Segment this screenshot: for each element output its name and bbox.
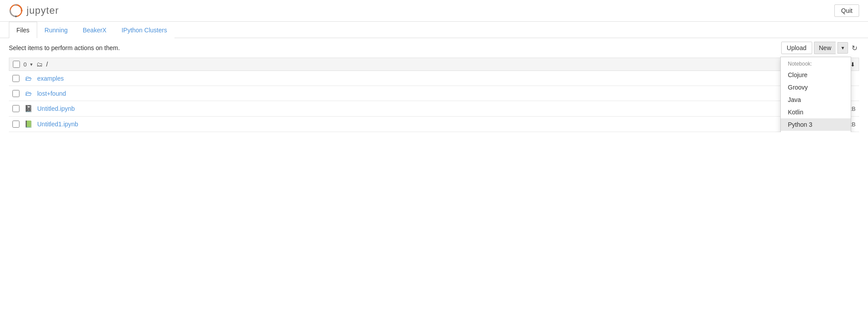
file-row: 🗁 lost+found — [9, 86, 859, 101]
toolbar-actions: Upload New ▾ ↻ Notebook: Clojure Groovy … — [781, 42, 859, 54]
folder-icon-lost-found: 🗁 — [24, 90, 33, 97]
notebook-icon-untitled1: 📗 — [24, 120, 33, 128]
dropdown-item-python3[interactable]: Python 3 — [781, 118, 851, 131]
dropdown-item-clojure[interactable]: Clojure — [781, 69, 851, 81]
file-checkbox-lost-found[interactable] — [12, 90, 19, 97]
refresh-button[interactable]: ↻ — [850, 42, 859, 54]
logo: jupyter — [9, 4, 59, 18]
file-area: 0 ▾ 🗂 / Name ⬇ 🗁 examples 🗁 lost+found 📓… — [0, 58, 868, 132]
file-link-lost-found[interactable]: lost+found — [37, 90, 66, 97]
notebook-icon-untitled: 📓 — [24, 105, 33, 113]
notebook-section-label: Notebook: — [781, 57, 851, 69]
select-all-checkbox[interactable] — [13, 61, 20, 68]
toolbar: Select items to perform actions on them.… — [0, 38, 868, 58]
tab-running[interactable]: Running — [37, 22, 75, 38]
dropdown-item-groovy[interactable]: Groovy — [781, 81, 851, 94]
toolbar-instruction: Select items to perform actions on them. — [9, 44, 120, 51]
svg-point-3 — [21, 10, 23, 12]
file-row: 📗 Untitled1.ipynb Running kB — [9, 117, 859, 132]
dropdown-item-java[interactable]: Java — [781, 94, 851, 106]
file-checkbox-examples[interactable] — [12, 75, 19, 82]
dropdown-item-kotlin[interactable]: Kotlin — [781, 106, 851, 118]
jupyter-logo-icon — [9, 4, 23, 18]
folder-icon: 🗂 — [36, 61, 43, 68]
new-button[interactable]: New — [814, 42, 836, 54]
folder-icon-examples: 🗁 — [24, 74, 33, 82]
svg-point-4 — [15, 16, 17, 17]
file-row: 🗁 examples — [9, 71, 859, 86]
header: jupyter Quit — [0, 0, 868, 22]
svg-point-2 — [15, 4, 17, 6]
file-list-header: 0 ▾ 🗂 / Name ⬇ — [9, 58, 859, 71]
file-actions-dropdown[interactable]: ▾ — [30, 62, 33, 67]
file-link-untitled[interactable]: Untitled.ipynb — [37, 105, 75, 112]
quit-button[interactable]: Quit — [834, 4, 859, 17]
file-checkbox-untitled1[interactable] — [12, 121, 19, 128]
file-link-untitled1[interactable]: Untitled1.ipynb — [37, 121, 78, 128]
app-title: jupyter — [27, 5, 59, 16]
file-row: 📓 Untitled.ipynb kB — [9, 101, 859, 117]
tab-files[interactable]: Files — [9, 22, 37, 38]
dropdown-item-r[interactable]: R — [781, 131, 851, 132]
file-count: 0 — [23, 61, 27, 68]
upload-button[interactable]: Upload — [781, 42, 812, 54]
tab-ipython-clusters[interactable]: IPython Clusters — [114, 22, 174, 38]
breadcrumb: / — [46, 61, 48, 68]
file-link-examples[interactable]: examples — [37, 75, 64, 82]
file-checkbox-untitled[interactable] — [12, 105, 19, 112]
new-dropdown-menu: Notebook: Clojure Groovy Java Kotlin Pyt… — [780, 57, 851, 132]
tab-beakerx[interactable]: BeakerX — [75, 22, 114, 38]
tabs-bar: Files Running BeakerX IPython Clusters — [0, 22, 868, 38]
new-dropdown-toggle[interactable]: ▾ — [837, 42, 848, 54]
